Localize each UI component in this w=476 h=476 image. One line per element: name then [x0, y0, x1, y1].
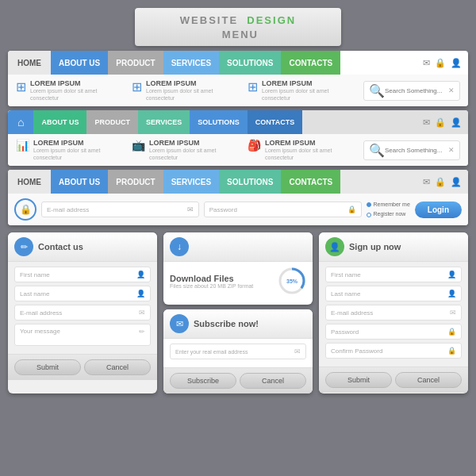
- page-title-bar: WEBSITE DESIGN MENU: [135, 8, 341, 46]
- content-item-5: 📺 LOREM IPSUM Lorem ipsum dolor sit amet…: [132, 139, 240, 161]
- mail-icon-2: ✉: [423, 117, 430, 128]
- contact-header: ✏ Contact us: [8, 232, 157, 262]
- subscribe-button[interactable]: Subscribe: [170, 373, 236, 389]
- lock-icon-signup2: 🔒: [447, 347, 456, 355]
- nav-product-1[interactable]: PRODUCT: [108, 51, 163, 75]
- signup-title: Sign up now: [349, 242, 401, 251]
- subscribe-header: ✉ Subscribe now!: [163, 309, 313, 339]
- nav-services-3[interactable]: SERVICES: [163, 170, 219, 194]
- signup-email-label: E-mail address: [331, 309, 373, 317]
- contact-submit-button[interactable]: Submit: [14, 359, 81, 375]
- nav-product-2[interactable]: PRODUCT: [86, 110, 138, 134]
- nav-home-3[interactable]: HOME: [8, 170, 51, 194]
- search-icon: 🔍: [369, 83, 385, 98]
- search-box-2[interactable]: 🔍 ✕: [363, 140, 460, 160]
- nav-section-2: ⌂ ABOUT US PRODUCT SERVICES SOLUTIONS CO…: [8, 110, 468, 166]
- signup-last-name[interactable]: Last name 👤: [325, 286, 462, 301]
- pencil-icon-form: ✏: [139, 328, 145, 336]
- progress-label: 35%: [286, 278, 298, 284]
- message-label: Your message: [20, 328, 60, 335]
- user-icon: 👤: [451, 58, 462, 68]
- user-icon-signup: 👤: [447, 271, 456, 278]
- signup-password[interactable]: Password 🔒: [325, 324, 462, 340]
- lorem-title-2: LOREM IPSUM: [146, 79, 240, 87]
- email-placeholder: E-mail address: [47, 206, 89, 213]
- contact-body: First name 👤 Last name 👤 E-mail address …: [8, 262, 157, 354]
- lorem-sub-2: Lorem ipsum dolor sit amet consectetur: [146, 87, 240, 102]
- contact-cancel-button[interactable]: Cancel: [84, 359, 151, 375]
- contact-last-name[interactable]: Last name 👤: [14, 286, 151, 301]
- download-title: Download Files: [170, 274, 253, 283]
- content-item-4: 📊 LOREM IPSUM Lorem ipsum dolor sit amet…: [16, 139, 124, 161]
- nav-contacts-1[interactable]: CONTACTS: [281, 51, 340, 75]
- nav-services-1[interactable]: SERVICES: [163, 51, 219, 75]
- remember-radio[interactable]: [367, 202, 371, 207]
- nav-about-2[interactable]: ABOUT US: [33, 110, 86, 134]
- content-item-6: 🎒 LOREM IPSUM Lorem ipsum dolor sit amet…: [248, 139, 355, 161]
- search-input-1[interactable]: [385, 87, 448, 94]
- navbar-2: ⌂ ABOUT US PRODUCT SERVICES SOLUTIONS CO…: [8, 110, 468, 134]
- contact-footer: Submit Cancel: [8, 354, 157, 380]
- subscribe-footer: Subscribe Cancel: [163, 367, 313, 393]
- grid-icon-3: ⊞: [248, 79, 258, 94]
- nav-about-1[interactable]: ABOUT US: [51, 51, 108, 75]
- download-header: ↓: [163, 232, 313, 262]
- nav-contacts-2[interactable]: CONTACTS: [248, 110, 302, 134]
- nav-solutions-3[interactable]: SOLUTIONS: [219, 170, 281, 194]
- signup-email[interactable]: E-mail address ✉: [325, 305, 462, 321]
- grid-icon: ⊞: [16, 79, 26, 94]
- lorem-sub-5: Lorem ipsum dolor sit amet consectetur: [149, 147, 240, 161]
- nav-home-icon-2[interactable]: ⌂: [8, 110, 33, 134]
- contact-icon-circle: ✏: [14, 237, 33, 256]
- nav-solutions-1[interactable]: SOLUTIONS: [219, 51, 281, 75]
- lock-field-icon: 🔒: [347, 205, 356, 213]
- login-button[interactable]: Login: [415, 202, 462, 218]
- signup-confirm-password[interactable]: Confirm Password 🔒: [325, 343, 462, 359]
- pencil-icon: ✏: [21, 242, 28, 252]
- progress-circle: 35%: [278, 267, 306, 295]
- subscribe-cancel-button[interactable]: Cancel: [240, 373, 306, 389]
- download-icon: ↓: [177, 241, 182, 252]
- lock-icon-3: 🔒: [435, 177, 446, 187]
- first-name-label: First name: [20, 271, 50, 278]
- contact-email[interactable]: E-mail address ✉: [14, 305, 151, 321]
- clear-icon-2[interactable]: ✕: [448, 146, 455, 154]
- nav-home-1[interactable]: HOME: [8, 51, 51, 75]
- download-top: ↓ Download Files Files size about 20 MB …: [163, 232, 313, 305]
- content-row-1: ⊞ LOREM IPSUM Lorem ipsum dolor sit amet…: [8, 75, 468, 106]
- login-lock-icon: 🔒: [14, 198, 36, 221]
- signup-footer: Submit Cancel: [319, 367, 468, 393]
- email-field[interactable]: E-mail address ✉: [41, 202, 199, 217]
- mail-field-icon: ✉: [187, 205, 194, 213]
- signup-panel: 👤 Sign up now First name 👤 Last name 👤 E…: [319, 232, 468, 393]
- download-content: Download Files Files size about 20 MB ZI…: [163, 262, 313, 300]
- content-row-2: 📊 LOREM IPSUM Lorem ipsum dolor sit amet…: [8, 134, 468, 166]
- signup-body: First name 👤 Last name 👤 E-mail address …: [319, 262, 468, 367]
- nav-services-2[interactable]: SERVICES: [138, 110, 190, 134]
- subscribe-panel: ✉ Subscribe now! Enter your real email a…: [163, 309, 313, 393]
- signup-first-name[interactable]: First name 👤: [325, 267, 462, 282]
- nav-contacts-3[interactable]: CONTACTS: [281, 170, 340, 194]
- nav-solutions-2[interactable]: SOLUTIONS: [190, 110, 248, 134]
- nav-product-3[interactable]: PRODUCT: [108, 170, 163, 194]
- title-part1: WEBSITE: [180, 14, 238, 26]
- password-field[interactable]: Password 🔒: [204, 202, 362, 217]
- clear-icon[interactable]: ✕: [448, 86, 455, 94]
- panels-row: ✏ Contact us First name 👤 Last name 👤 E-…: [8, 232, 468, 393]
- contact-message[interactable]: Your message ✏: [14, 324, 151, 346]
- lorem-title-5: LOREM IPSUM: [149, 139, 240, 147]
- content-item-2: ⊞ LOREM IPSUM Lorem ipsum dolor sit amet…: [132, 79, 240, 102]
- lorem-title-6: LOREM IPSUM: [265, 139, 355, 147]
- search-input-2[interactable]: [385, 147, 448, 154]
- title-part3: MENU: [222, 29, 259, 40]
- signup-cancel-button[interactable]: Cancel: [395, 372, 462, 388]
- register-radio[interactable]: [367, 213, 371, 217]
- subscribe-email-input[interactable]: Enter your real email address ✉: [170, 344, 306, 359]
- mail-icon-signup: ✉: [450, 309, 456, 317]
- signup-submit-button[interactable]: Submit: [325, 372, 392, 388]
- download-icon-circle: ↓: [170, 237, 189, 256]
- nav-about-3[interactable]: ABOUT US: [51, 170, 108, 194]
- contact-first-name[interactable]: First name 👤: [14, 267, 151, 282]
- nav-icons-3: ✉ 🔒 👤: [423, 177, 468, 187]
- search-box-1[interactable]: 🔍 ✕: [363, 81, 460, 101]
